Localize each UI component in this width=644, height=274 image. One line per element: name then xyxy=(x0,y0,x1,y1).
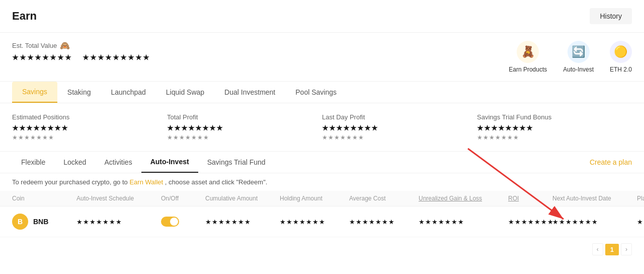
tab-dual-investment[interactable]: Dual Investment xyxy=(214,82,285,103)
sub-tab-flexible[interactable]: Flexible xyxy=(12,152,54,173)
earn-products-link[interactable]: 🧸 Earn Products xyxy=(509,41,547,73)
stat-last-day-profit: Last Day Profit ★★★★★★★★ ★★★★★★★ xyxy=(322,113,477,141)
total-value-amount1: ★★★★★★★★ xyxy=(12,53,72,61)
estimated-positions-label: Estimated Positions xyxy=(12,113,167,121)
auto-invest-link[interactable]: 🔄 Auto-Invest xyxy=(563,41,594,73)
th-coin: Coin xyxy=(12,195,72,202)
pagination-next[interactable]: › xyxy=(621,243,632,255)
total-profit-value1: ★★★★★★★★ xyxy=(167,124,322,132)
tab-savings[interactable]: Savings xyxy=(12,82,57,103)
last-day-profit-value1: ★★★★★★★★ xyxy=(322,124,477,132)
eth-link[interactable]: 🟡 ETH 2.0 xyxy=(610,41,632,73)
pagination-current[interactable]: 1 xyxy=(605,244,619,255)
redeem-notice: To redeem your purchased crypto, go to E… xyxy=(0,173,644,191)
tab-launchpad[interactable]: Launchpad xyxy=(101,82,156,103)
sub-tab-locked[interactable]: Locked xyxy=(54,152,95,173)
estimated-positions-value2: ★★★★★★★ xyxy=(12,134,167,141)
stat-savings-trial-fund: Savings Trial Fund Bonus ★★★★★★★★ ★★★★★★… xyxy=(477,113,632,141)
earn-products-label: Earn Products xyxy=(509,66,547,73)
tab-liquid-swap[interactable]: Liquid Swap xyxy=(156,82,214,103)
pagination: ‹ 1 › xyxy=(0,237,644,261)
th-roi[interactable]: ROI xyxy=(508,195,548,202)
savings-trial-fund-label: Savings Trial Fund Bonus xyxy=(477,113,632,121)
avg-cost-cell: ★★★★★★★ xyxy=(349,218,415,226)
total-value-amount2: ★★★★★★★★★ xyxy=(83,53,150,61)
th-cumulative: Cumulative Amount xyxy=(205,195,276,202)
sub-tab-activities[interactable]: Activities xyxy=(95,152,141,173)
main-tabs: Savings Staking Launchpad Liquid Swap Du… xyxy=(0,82,644,103)
coin-cell: B BNB xyxy=(12,214,72,230)
bnb-icon: B xyxy=(12,214,28,230)
savings-trial-fund-value2: ★★★★★★★ xyxy=(477,134,632,141)
th-avg-cost: Average Cost xyxy=(349,195,415,202)
estimated-positions-value1: ★★★★★★★★ xyxy=(12,124,167,132)
tab-pool-savings[interactable]: Pool Savings xyxy=(285,82,347,103)
page-title: Earn xyxy=(12,10,37,23)
on-off-toggle[interactable] xyxy=(161,217,179,227)
eth-label: ETH 2.0 xyxy=(610,66,632,73)
holding-cell: ★★★★★★★ xyxy=(280,218,345,226)
th-onoff: On/Off xyxy=(161,195,201,202)
create-plan-button[interactable]: Create a plan xyxy=(590,158,632,166)
stat-estimated-positions: Estimated Positions ★★★★★★★★ ★★★★★★★ xyxy=(12,113,167,141)
toggle-circle xyxy=(170,218,178,226)
earn-products-icon: 🧸 xyxy=(517,41,539,63)
th-next-date: Next Auto-Invest Date xyxy=(552,195,633,202)
tab-staking[interactable]: Staking xyxy=(57,82,101,103)
stat-total-profit: Total Profit ★★★★★★★★ ★★★★★★★ xyxy=(167,113,322,141)
th-unrealized[interactable]: Unrealized Gain & Loss xyxy=(419,195,504,202)
next-date-cell: ★★★★★★★ xyxy=(552,218,633,226)
redeem-text-before: To redeem your purchased crypto, go to xyxy=(12,178,129,186)
sub-tab-auto-invest[interactable]: Auto-Invest xyxy=(141,152,198,173)
pagination-prev[interactable]: ‹ xyxy=(592,243,603,255)
unrealized-cell: ★★★★★★★ xyxy=(419,218,504,226)
last-day-profit-value2: ★★★★★★★ xyxy=(322,134,477,141)
redeem-text-after: , choose asset and click "Redeem". xyxy=(165,178,268,186)
eth-icon: 🟡 xyxy=(610,41,632,63)
est-total-value-label: Est. Total Value xyxy=(12,42,57,49)
th-schedule: Auto-Invest Schedule xyxy=(76,195,157,202)
hide-value-icon[interactable]: 🙈 xyxy=(60,41,70,50)
auto-invest-icon: 🔄 xyxy=(568,41,590,63)
history-button[interactable]: History xyxy=(590,8,632,24)
table-header: Coin Auto-Invest Schedule On/Off Cumulat… xyxy=(0,191,644,207)
auto-invest-label: Auto-Invest xyxy=(563,66,594,73)
cumulative-cell: ★★★★★★★ xyxy=(205,218,276,226)
table-row: B BNB ★★★★★★★ ★★★★★★★ ★★★★★★★ ★★★★★★★ ★★… xyxy=(0,207,644,237)
schedule-cell: ★★★★★★★ xyxy=(76,218,157,226)
total-profit-value2: ★★★★★★★ xyxy=(167,134,322,141)
sub-tab-savings-trial-fund[interactable]: Savings Trial Fund xyxy=(198,152,275,173)
last-day-profit-label: Last Day Profit xyxy=(322,113,477,121)
coin-name: BNB xyxy=(33,218,48,226)
th-start-date: Plan Start Date xyxy=(637,195,644,202)
total-profit-label: Total Profit xyxy=(167,113,322,121)
earn-wallet-link[interactable]: Earn Wallet xyxy=(129,178,163,186)
sub-tabs: Flexible Locked Activities Auto-Invest S… xyxy=(0,152,644,173)
th-holding: Holding Amount xyxy=(280,195,345,202)
savings-trial-fund-value1: ★★★★★★★★ xyxy=(477,124,632,132)
roi-cell: ★★★★★★★ xyxy=(508,218,548,226)
start-date-cell: ★★★★★★★ xyxy=(637,218,644,226)
stats-section: Estimated Positions ★★★★★★★★ ★★★★★★★ Tot… xyxy=(0,103,644,152)
toggle-cell[interactable] xyxy=(161,217,201,227)
